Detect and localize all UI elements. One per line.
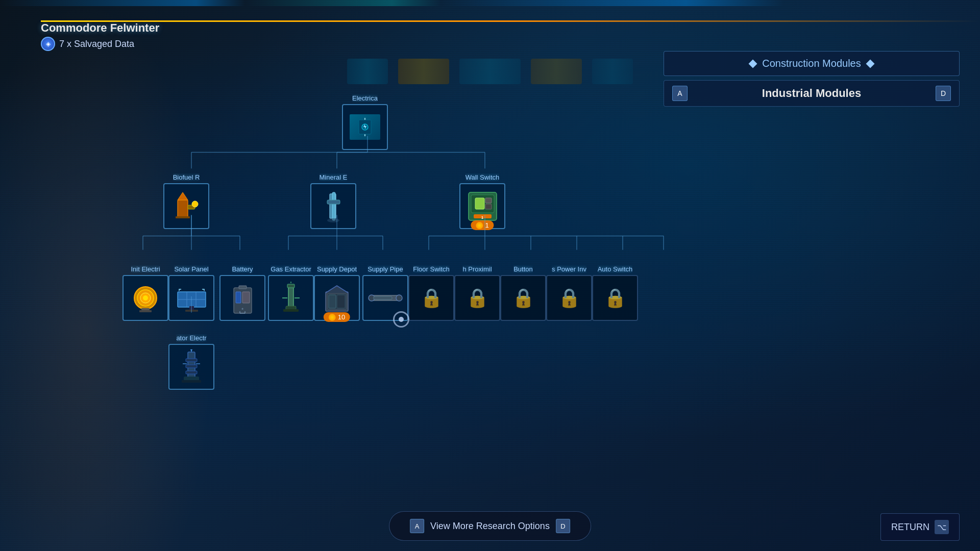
svg-text:1: 1 xyxy=(481,215,483,220)
bottom-left-button[interactable]: A xyxy=(410,519,424,533)
node-biofuel[interactable]: Biofuel R xyxy=(163,173,209,229)
supply-depot-badge: 10 xyxy=(324,312,350,322)
node-electrica[interactable]: Electrica xyxy=(342,94,388,150)
node-solar-box[interactable] xyxy=(168,275,214,321)
gas-visual xyxy=(273,280,309,316)
node-proximity-label: h Proximil xyxy=(462,265,492,273)
node-wall-switch-label: Wall Switch xyxy=(465,173,500,181)
svg-point-37 xyxy=(192,201,198,207)
player-name: Commodore Felwinter xyxy=(41,21,159,35)
node-button-box[interactable]: 🔒 xyxy=(500,275,546,321)
node-battery-box[interactable]: + xyxy=(219,275,265,321)
nav-subtitle: Industrial Modules xyxy=(688,87,936,100)
node-electrica-label: Electrica xyxy=(352,94,378,102)
salvage-info: ◈ 7 x Salvaged Data xyxy=(41,37,134,51)
node-solar[interactable]: Solar Panel xyxy=(168,265,214,321)
node-supply-pipe-label: Supply Pipe xyxy=(368,265,403,273)
node-solar-label: Solar Panel xyxy=(174,265,208,273)
bottom-bar: A View More Research Options D xyxy=(389,511,591,541)
salvage-text: 7 x Salvaged Data xyxy=(59,39,134,49)
svg-rect-40 xyxy=(327,200,340,204)
svg-rect-83 xyxy=(184,377,199,381)
svg-rect-74 xyxy=(337,295,345,308)
svg-rect-82 xyxy=(186,371,197,374)
salvage-icon: ◈ xyxy=(41,37,55,51)
svg-text:+: + xyxy=(241,307,243,311)
bottom-text: View More Research Options xyxy=(430,521,550,532)
node-auto-switch-label: Auto Switch xyxy=(598,265,633,273)
svg-point-85 xyxy=(190,349,192,350)
node-init-box[interactable] xyxy=(122,275,168,321)
supply-pipe-visual xyxy=(368,280,403,316)
svg-rect-80 xyxy=(186,359,197,362)
node-battery-label: Battery xyxy=(232,265,253,273)
node-auto-switch[interactable]: Auto Switch 🔒 xyxy=(592,265,638,321)
node-electr-gen-box[interactable] xyxy=(168,344,214,390)
svg-rect-84 xyxy=(182,380,201,383)
electrica-visual xyxy=(347,109,383,145)
supply-depot-visual xyxy=(319,280,355,316)
wall-switch-badge-count: 1 xyxy=(485,221,488,229)
node-battery[interactable]: Battery + xyxy=(219,265,265,321)
nav-right-button[interactable]: D xyxy=(936,86,951,101)
button-lock-icon: 🔒 xyxy=(512,287,535,309)
electr-gen-visual xyxy=(174,349,209,385)
svg-rect-45 xyxy=(485,198,492,203)
supply-depot-badge-icon xyxy=(329,314,336,321)
node-wall-switch-box[interactable]: 1 1 xyxy=(459,183,505,229)
svg-rect-81 xyxy=(186,365,197,368)
node-power-inv-label: s Power Inv xyxy=(552,265,586,273)
node-supply-depot[interactable]: Supply Depot 10 xyxy=(314,265,360,321)
biofuel-visual xyxy=(168,188,204,224)
node-gas[interactable]: Gas Extractor xyxy=(268,265,314,321)
svg-rect-36 xyxy=(176,216,190,218)
init-visual xyxy=(128,280,163,316)
svg-rect-44 xyxy=(475,198,484,209)
auto-switch-lock-icon: 🔒 xyxy=(604,287,627,309)
svg-point-41 xyxy=(327,218,339,222)
nav-left-button[interactable]: A xyxy=(672,86,688,101)
return-button[interactable]: RETURN ⌥ xyxy=(880,513,960,541)
node-supply-depot-label: Supply Depot xyxy=(317,265,357,273)
right-panel: Construction Modules A Industrial Module… xyxy=(664,51,960,107)
header-bar xyxy=(41,20,980,22)
node-auto-switch-box[interactable]: 🔒 xyxy=(592,275,638,321)
node-mineral[interactable]: Mineral E xyxy=(310,173,356,229)
node-biofuel-box[interactable] xyxy=(163,183,209,229)
wall-switch-visual: 1 xyxy=(464,188,500,224)
svg-rect-46 xyxy=(485,204,492,209)
return-icon: ⌥ xyxy=(935,520,949,534)
node-proximity[interactable]: h Proximil 🔒 xyxy=(454,265,500,321)
glitch-bar xyxy=(0,0,980,6)
node-biofuel-label: Biofuel R xyxy=(173,173,200,181)
return-label: RETURN xyxy=(891,522,929,533)
electrical-icon xyxy=(350,114,380,140)
node-electrica-box[interactable] xyxy=(342,104,388,150)
battery-visual: + xyxy=(225,280,260,316)
svg-rect-66 xyxy=(288,287,293,307)
node-button[interactable]: Button 🔒 xyxy=(500,265,546,321)
node-init[interactable]: Init Electri xyxy=(122,265,168,321)
svg-rect-63 xyxy=(236,292,241,303)
node-wall-switch[interactable]: Wall Switch 1 1 xyxy=(459,173,505,229)
node-power-inv-box[interactable]: 🔒 xyxy=(546,275,592,321)
node-power-inv[interactable]: s Power Inv 🔒 xyxy=(546,265,592,321)
node-gas-box[interactable] xyxy=(268,275,314,321)
svg-marker-34 xyxy=(178,192,188,200)
svg-rect-33 xyxy=(178,200,188,218)
node-floor-switch-box[interactable]: 🔒 xyxy=(408,275,454,321)
node-electr-gen-label: ator Electr xyxy=(176,334,206,342)
power-inv-lock-icon: 🔒 xyxy=(558,287,581,309)
bottom-right-button[interactable]: D xyxy=(556,519,570,533)
node-mineral-box[interactable] xyxy=(310,183,356,229)
diamond-left-icon xyxy=(749,59,757,68)
node-floor-switch[interactable]: Floor Switch 🔒 xyxy=(408,265,454,321)
floor-switch-lock-icon: 🔒 xyxy=(420,287,443,309)
svg-rect-39 xyxy=(332,192,335,220)
node-electr-gen[interactable]: ator Electr xyxy=(168,334,214,390)
svg-rect-62 xyxy=(239,286,247,289)
svg-rect-64 xyxy=(242,292,250,303)
construction-header: Construction Modules xyxy=(664,51,960,76)
node-proximity-box[interactable]: 🔒 xyxy=(454,275,500,321)
node-supply-depot-box[interactable]: 10 xyxy=(314,275,360,321)
